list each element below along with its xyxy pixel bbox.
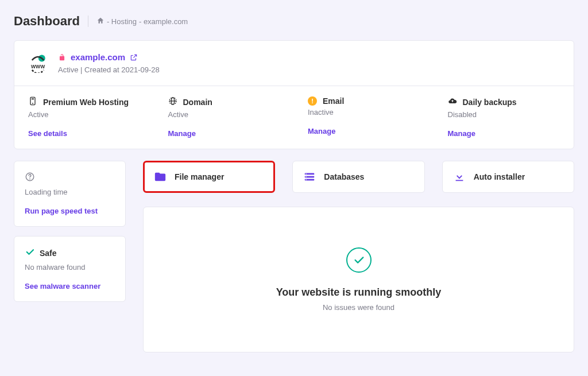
svg-rect-4 xyxy=(32,98,34,99)
service-backups: Daily backups Disabled Manage xyxy=(434,86,574,149)
service-status: Inactive xyxy=(308,108,420,117)
breadcrumb[interactable]: - Hosting - example.com xyxy=(96,17,188,26)
help-circle-icon xyxy=(25,172,35,184)
see-details-link[interactable]: See details xyxy=(28,129,67,138)
service-hosting: Premium Web Hosting Active See details xyxy=(14,86,154,149)
safe-card: Safe No malware found See malware scanne… xyxy=(14,236,126,302)
warning-icon: ! xyxy=(308,96,317,106)
folder-icon xyxy=(154,170,167,183)
breadcrumb-level2[interactable]: - example.com xyxy=(139,17,188,26)
server-icon xyxy=(28,96,37,108)
loading-time-label: Loading time xyxy=(25,188,115,196)
run-speed-test-link[interactable]: Run page speed test xyxy=(25,207,98,215)
database-icon xyxy=(303,170,316,183)
website-status-card: Your website is running smoothly No issu… xyxy=(143,207,574,352)
svg-point-9 xyxy=(29,179,30,180)
safe-title: Safe xyxy=(40,249,57,258)
globe-icon xyxy=(168,96,177,108)
service-domain: Domain Active Manage xyxy=(154,86,295,149)
domain-name-link[interactable]: example.com xyxy=(71,52,125,62)
databases-button[interactable]: Databases xyxy=(292,161,424,193)
tool-label: Databases xyxy=(324,172,364,181)
divider xyxy=(88,15,88,27)
domain-card: WWW example.com Active | Created at 2021… xyxy=(14,40,574,149)
cloud-upload-icon xyxy=(448,96,457,108)
breadcrumb-level1[interactable]: - Hosting xyxy=(107,17,137,26)
tool-label: File manager xyxy=(175,172,224,181)
tool-label: Auto installer xyxy=(474,172,525,181)
service-title: Email xyxy=(323,96,344,106)
lock-open-icon xyxy=(58,53,66,61)
status-check-icon xyxy=(346,247,372,273)
svg-text:WWW: WWW xyxy=(31,64,45,69)
check-icon xyxy=(25,247,35,259)
svg-point-3 xyxy=(32,103,33,104)
file-manager-button[interactable]: File manager xyxy=(143,161,275,193)
service-title: Domain xyxy=(183,98,212,107)
external-link-icon[interactable] xyxy=(130,53,138,61)
malware-scanner-link[interactable]: See malware scanner xyxy=(25,282,100,290)
loading-time-card: Loading time Run page speed test xyxy=(14,161,126,227)
home-icon[interactable] xyxy=(96,17,105,26)
service-email: ! Email Inactive Manage xyxy=(294,86,434,149)
auto-installer-button[interactable]: Auto installer xyxy=(442,161,574,193)
manage-link[interactable]: Manage xyxy=(168,129,196,138)
service-title: Premium Web Hosting xyxy=(43,98,129,107)
service-status: Disabled xyxy=(448,110,560,119)
domain-meta: Active | Created at 2021-09-28 xyxy=(58,65,160,74)
manage-link[interactable]: Manage xyxy=(448,129,475,138)
site-favicon: WWW xyxy=(28,53,48,73)
svg-point-13 xyxy=(306,173,307,175)
service-status: Active xyxy=(168,110,281,119)
status-title: Your website is running smoothly xyxy=(276,286,442,299)
download-icon xyxy=(453,170,466,183)
manage-link[interactable]: Manage xyxy=(308,127,335,135)
service-title: Daily backups xyxy=(463,98,517,107)
service-status: Active xyxy=(28,110,141,119)
page-title: Dashboard xyxy=(14,14,80,29)
svg-point-14 xyxy=(306,176,307,177)
status-subtitle: No issues were found xyxy=(323,303,394,312)
svg-point-15 xyxy=(306,179,307,180)
header: Dashboard - Hosting - example.com xyxy=(14,14,574,29)
safe-subtitle: No malware found xyxy=(25,263,115,272)
